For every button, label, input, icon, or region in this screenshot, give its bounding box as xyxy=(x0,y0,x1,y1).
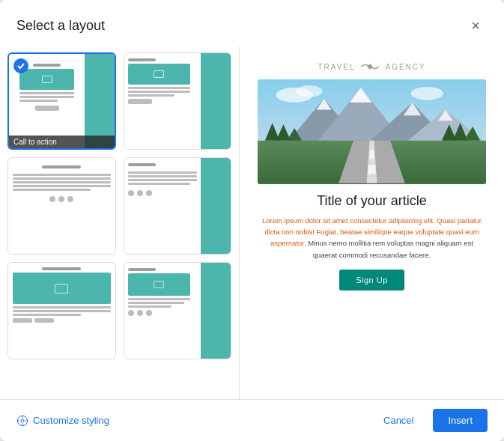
line xyxy=(128,183,190,185)
layout4-sidebar xyxy=(201,158,231,254)
dot xyxy=(67,196,73,202)
btn xyxy=(34,318,54,323)
layout-item-4[interactable] xyxy=(124,157,232,255)
line xyxy=(13,181,111,183)
svg-point-22 xyxy=(411,87,443,100)
layout2-lines xyxy=(128,87,190,97)
selected-check-icon xyxy=(13,58,28,73)
line xyxy=(128,298,190,300)
layout6-header xyxy=(128,268,156,271)
layout-grid: Call to action xyxy=(7,52,231,359)
dialog-body: Call to action xyxy=(0,46,504,399)
customize-styling-link[interactable]: Customize styling xyxy=(16,415,109,427)
layout-panel: Call to action xyxy=(0,46,240,399)
footer-buttons: Cancel Insert xyxy=(371,409,488,432)
preview-panel: TRAVEL AGENCY xyxy=(240,46,504,399)
layout5-lines xyxy=(13,306,111,316)
layout4-lines xyxy=(128,171,198,185)
line xyxy=(13,185,111,187)
cancel-button[interactable]: Cancel xyxy=(371,409,425,432)
dot xyxy=(146,310,152,316)
layout4-main xyxy=(124,158,201,254)
layout1-img-icon xyxy=(42,76,52,83)
dot xyxy=(49,196,55,202)
line xyxy=(13,189,91,191)
btn xyxy=(13,318,32,323)
preview-logo: TRAVEL AGENCY xyxy=(258,61,486,72)
line xyxy=(13,306,111,308)
layout1-btn xyxy=(35,106,59,111)
layout3-dots xyxy=(13,196,111,202)
svg-point-24 xyxy=(21,419,24,422)
layout2-header xyxy=(128,58,156,61)
layout5-image xyxy=(13,273,111,304)
line xyxy=(128,305,171,308)
dialog-footer: Customize styling Cancel Insert xyxy=(0,399,504,441)
layout1-label: Call to action xyxy=(9,136,115,148)
layout5-header xyxy=(42,267,81,270)
layout1-image xyxy=(19,69,74,90)
layout-item-6[interactable] xyxy=(124,262,232,359)
travel-icon xyxy=(359,61,380,72)
layout6-lines xyxy=(128,298,190,308)
preview-article-title: Title of your article xyxy=(258,193,486,209)
dialog-header: Select a layout × xyxy=(0,0,504,46)
layout2-image xyxy=(128,64,190,85)
line xyxy=(128,91,190,93)
line xyxy=(128,171,198,174)
dot xyxy=(128,310,134,316)
layout-item-3[interactable] xyxy=(7,157,116,255)
layout6-image xyxy=(128,273,190,296)
line xyxy=(128,87,190,89)
preview-content: TRAVEL AGENCY xyxy=(258,61,486,291)
line xyxy=(13,177,111,180)
line xyxy=(13,314,81,316)
layout1-lines xyxy=(19,92,74,102)
layout2-sidebar xyxy=(201,53,231,149)
select-layout-dialog: Select a layout × xyxy=(0,0,504,441)
preview-cta-button[interactable]: Sign Up xyxy=(339,270,404,291)
dot xyxy=(137,310,143,316)
preview-logo-subtext: AGENCY xyxy=(385,63,425,71)
dot xyxy=(137,190,143,196)
layout-item-5[interactable] xyxy=(7,262,116,359)
line xyxy=(19,96,74,98)
layout5-btns xyxy=(13,318,111,323)
layout2-main xyxy=(124,53,201,149)
line xyxy=(19,100,58,102)
layout6-main xyxy=(124,263,201,359)
line xyxy=(128,179,198,181)
dialog-title: Select a layout xyxy=(16,18,105,34)
preview-body-text: Lorem ipsum dolor sit amet consectetur a… xyxy=(258,215,486,261)
layout-item-2[interactable] xyxy=(124,52,232,150)
layout-item-call-to-action[interactable]: Call to action xyxy=(7,52,116,150)
customize-icon xyxy=(16,415,28,427)
line xyxy=(128,175,198,177)
svg-rect-19 xyxy=(368,165,376,174)
preview-logo-text: TRAVEL xyxy=(318,63,355,71)
line xyxy=(128,302,184,304)
layout4-dots xyxy=(128,190,198,196)
layout2-img-icon xyxy=(154,70,164,78)
customize-label: Customize styling xyxy=(33,415,109,426)
layout5-img-icon xyxy=(55,284,68,294)
layout1-header-line xyxy=(33,64,60,67)
layout3-lines xyxy=(13,174,111,191)
line xyxy=(13,310,111,312)
close-button[interactable]: × xyxy=(464,13,488,37)
preview-hero-image xyxy=(258,79,486,184)
line xyxy=(19,92,74,94)
layout6-dots xyxy=(128,310,198,316)
svg-point-21 xyxy=(296,85,322,97)
insert-button[interactable]: Insert xyxy=(433,409,488,432)
line xyxy=(128,94,175,97)
preview-body-black: Minus nemo mollitia rem voluptas magni a… xyxy=(308,239,473,258)
dot xyxy=(58,196,64,202)
dot xyxy=(146,190,152,196)
line xyxy=(13,174,111,176)
layout6-sidebar xyxy=(201,263,231,359)
layout2-btn xyxy=(128,99,152,104)
layout6-img-icon xyxy=(154,281,164,288)
svg-rect-18 xyxy=(370,150,374,159)
layout4-header xyxy=(128,163,156,166)
